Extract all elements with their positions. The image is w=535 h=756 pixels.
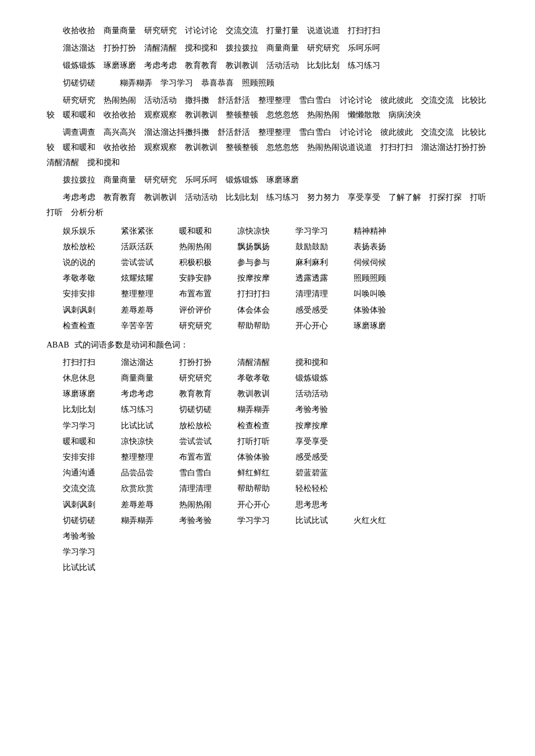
- grid-item: 整理整理: [121, 286, 179, 301]
- grid-item: 紧张紧张: [121, 224, 179, 238]
- abab-item: 比试比试: [121, 418, 179, 433]
- paragraph-8: 考虑考虑 教育教育 教训教训 活动活动 比划比划 练习练习 努力努力 享受享受 …: [47, 190, 488, 220]
- grid-item: 评价评价: [179, 303, 237, 317]
- abab-item: 研究研究: [179, 371, 237, 385]
- abab-item: 活动活动: [295, 386, 354, 401]
- abab-label: ABAB 式的词语多数是动词和颜色词：: [47, 338, 488, 353]
- abab-item: 糊弄糊弄: [237, 402, 295, 417]
- grid-item: 透露透露: [295, 271, 354, 285]
- abab-row-12: 考验考验: [63, 529, 488, 543]
- abab-item: 雪白雪白: [179, 465, 237, 480]
- abab-item: 交流交流: [63, 481, 121, 496]
- abab-item: 教育教育: [179, 386, 237, 401]
- grid-item: 研究研究: [179, 318, 237, 333]
- abab-row-3: 琢磨琢磨 考虑考虑 教育教育 教训教训 活动活动: [63, 386, 488, 401]
- abab-item: 布置布置: [179, 450, 237, 464]
- paragraph-3: 锻炼锻炼 琢磨琢磨 考虑考虑 教育教育 教训教训 活动活动 比划比划 练习练习: [47, 58, 488, 73]
- abab-item: 检查检查: [237, 418, 295, 433]
- abab-item: 感受感受: [295, 450, 354, 464]
- abab-item: 体验体验: [237, 450, 295, 464]
- grid-item: 体会体会: [237, 303, 295, 317]
- grid-item: 检查检查: [63, 318, 121, 333]
- grid-item: 琢磨琢磨: [354, 318, 412, 333]
- grid-row-6: 讽刺讽刺 差辱差辱 评价评价 体会体会 感受感受 体验体验: [47, 303, 488, 317]
- grid-item: 打扫打扫: [237, 286, 295, 301]
- abab-row-1: 打扫打扫 溜达溜达 打扮打扮 清醒清醒 搅和搅和: [63, 355, 488, 370]
- grid-item: 表扬表扬: [354, 239, 412, 254]
- grid-item: 安静安静: [179, 271, 237, 285]
- abab-row-13: 学习学习: [63, 544, 488, 559]
- abab-item: 品尝品尝: [121, 465, 179, 480]
- abab-item: 享受享受: [295, 434, 354, 449]
- abab-item: 学习学习: [237, 513, 295, 528]
- grid-row-5: 安排安排 整理整理 布置布置 打扫打扫 清理清理 叫唤叫唤: [47, 286, 488, 301]
- abab-item: 教训教训: [237, 386, 295, 401]
- grid-item: 安排安排: [63, 286, 121, 301]
- abab-item: 搅和搅和: [295, 355, 354, 370]
- abab-item: 放松放松: [179, 418, 237, 433]
- abab-row-10: 讽刺讽刺 差辱差辱 热闹热闹 开心开心 思考思考: [63, 497, 488, 512]
- grid-row-7: 检查检查 辛苦辛苦 研究研究 帮助帮助 开心开心 琢磨琢磨: [47, 318, 488, 333]
- paragraph-1: 收拾收拾 商量商量 研究研究 讨论讨论 交流交流 打量打量 说道说道 打扫打扫: [47, 23, 488, 38]
- abab-item: 火红火红: [354, 513, 412, 528]
- abab-row-14: 比试比试: [63, 560, 488, 575]
- grid-item: 开心开心: [295, 318, 354, 333]
- main-content: 收拾收拾 商量商量 研究研究 讨论讨论 交流交流 打量打量 说道说道 打扫打扫 …: [47, 23, 488, 575]
- grid-row-3: 说的说的 尝试尝试 积极积极 参与参与 麻利麻利 伺候伺候: [47, 255, 488, 270]
- grid-item: 参与参与: [237, 255, 295, 270]
- abab-item: 轻松轻松: [295, 481, 354, 496]
- abab-item: 比试比试: [295, 513, 354, 528]
- grid-item: 感受感受: [295, 303, 354, 317]
- abab-item: 打扮打扮: [179, 355, 237, 370]
- grid-row-4: 孝敬孝敬 炫耀炫耀 安静安静 按摩按摩 透露透露 照顾照顾: [47, 271, 488, 285]
- paragraph-5: 研究研究 热闹热闹 活动活动 撒抖擞 舒活舒活 整理整理 雪白雪白 讨论讨论 彼…: [47, 93, 488, 123]
- abab-grid: 打扫打扫 溜达溜达 打扮打扮 清醒清醒 搅和搅和 休息休息 商量商量 研究研究 …: [47, 355, 488, 575]
- abab-item: 商量商量: [121, 371, 179, 385]
- grid-item: 鼓励鼓励: [295, 239, 354, 254]
- abab-item: 休息休息: [63, 371, 121, 385]
- grid-item: 布置布置: [179, 286, 237, 301]
- grid-item: 娱乐娱乐: [63, 224, 121, 238]
- grid-item: 伺候伺候: [354, 255, 412, 270]
- abab-row-6: 暖和暖和 凉快凉快 尝试尝试 打听打听 享受享受: [63, 434, 488, 449]
- abab-item: 糊弄糊弄: [121, 513, 179, 528]
- grid-item: 放松放松: [63, 239, 121, 254]
- abab-item: 帮助帮助: [237, 481, 295, 496]
- grid-section: 娱乐娱乐 紧张紧张 暖和暖和 凉快凉快 学习学习 精神精神 放松放松 活跃活跃 …: [47, 224, 488, 333]
- abab-item: 尝试尝试: [179, 434, 237, 449]
- paragraph-7: 拨拉拨拉 商量商量 研究研究 乐呵乐呵 锻炼锻炼 琢磨琢磨: [47, 173, 488, 188]
- grid-item: 积极积极: [179, 255, 237, 270]
- grid-item: 说的说的: [63, 255, 121, 270]
- grid-item: 清理清理: [295, 286, 354, 301]
- abab-item: 按摩按摩: [295, 418, 354, 433]
- abab-item: 安排安排: [63, 450, 121, 464]
- abab-item: 切磋切磋: [63, 513, 121, 528]
- abab-row-8: 沟通沟通 品尝品尝 雪白雪白 鲜红鲜红 碧蓝碧蓝: [63, 465, 488, 480]
- grid-item: 孝敬孝敬: [63, 271, 121, 285]
- abab-row-11: 切磋切磋 糊弄糊弄 考验考验 学习学习 比试比试 火红火红: [63, 513, 488, 528]
- abab-item: 打扫打扫: [63, 355, 121, 370]
- abab-item: 暖和暖和: [63, 434, 121, 449]
- abab-item: 差辱差辱: [121, 497, 179, 512]
- grid-item: 讽刺讽刺: [63, 303, 121, 317]
- grid-item: 热闹热闹: [179, 239, 237, 254]
- grid-item: 凉快凉快: [237, 224, 295, 238]
- abab-item: 孝敬孝敬: [237, 371, 295, 385]
- abab-item: 沟通沟通: [63, 465, 121, 480]
- abab-item: 溜达溜达: [121, 355, 179, 370]
- abab-item: 讽刺讽刺: [63, 497, 121, 512]
- abab-item: 欣赏欣赏: [121, 481, 179, 496]
- abab-item: 考验考验: [295, 402, 354, 417]
- abab-item: 鲜红鲜红: [237, 465, 295, 480]
- abab-item: 考验考验: [63, 529, 121, 543]
- paragraph-6: 调查调查 高兴高兴 溜达溜达抖擞抖擞 舒活舒活 整理整理 雪白雪白 讨论讨论 彼…: [47, 125, 488, 170]
- grid-row-2: 放松放松 活跃活跃 热闹热闹 飘扬飘扬 鼓励鼓励 表扬表扬: [47, 239, 488, 254]
- abab-row-9: 交流交流 欣赏欣赏 清理清理 帮助帮助 轻松轻松: [63, 481, 488, 496]
- abab-item: 开心开心: [237, 497, 295, 512]
- abab-item: 凉快凉快: [121, 434, 179, 449]
- abab-item: 切磋切磋: [179, 402, 237, 417]
- abab-item: 碧蓝碧蓝: [295, 465, 354, 480]
- grid-item: 精神精神: [354, 224, 412, 238]
- paragraph-4: 切磋切磋 糊弄糊弄 学习学习 恭喜恭喜 照顾照顾: [47, 76, 488, 91]
- abab-item: 学习学习: [63, 544, 121, 559]
